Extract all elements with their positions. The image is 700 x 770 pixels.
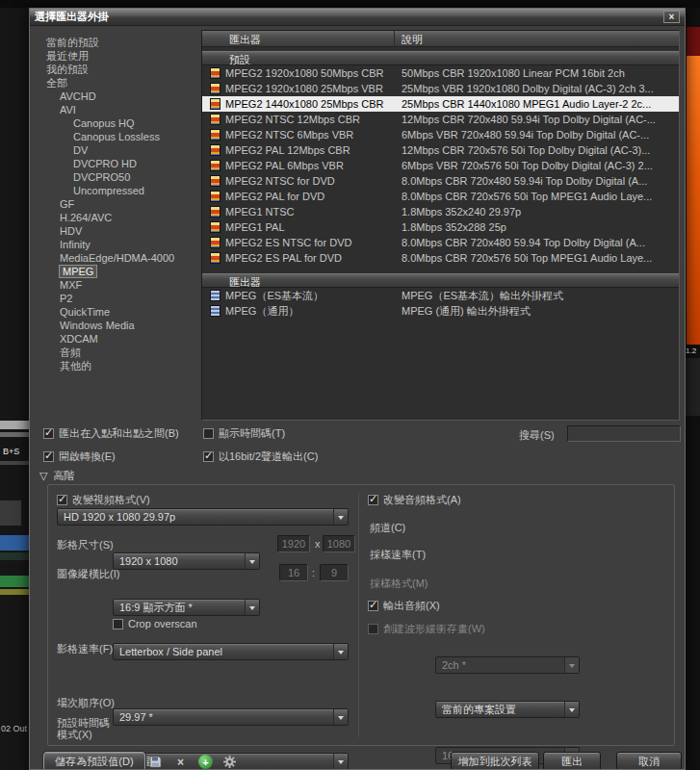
preset-name-cell: MPEG1 PAL: [202, 221, 395, 233]
tree-item-label: Canopus HQ: [73, 117, 135, 129]
chevron-down-icon: [245, 600, 259, 615]
checkbox-box: [368, 624, 378, 634]
preset-name-cell: MPEG2 NTSC 12Mbps CBR: [202, 114, 395, 125]
tree-item[interactable]: 其他的: [38, 359, 199, 372]
preset-row[interactable]: MPEG2 1920x1080 25Mbps VBR 25Mbps VBR 19…: [202, 81, 679, 96]
preset-row[interactable]: MPEG1 NTSC 1.8Mbps 352x240 29.97p: [202, 204, 679, 219]
preset-row[interactable]: MPEG1 PAL 1.8Mbps 352x288 25p: [202, 219, 679, 235]
preset-name: MPEG2 ES PAL for DVD: [225, 252, 342, 264]
tree-item-label: MPEG: [60, 266, 96, 277]
tree-item[interactable]: 我的預設: [38, 63, 199, 76]
tree-item[interactable]: QuickTime: [38, 305, 199, 319]
dialog-title: 選擇匯出器外掛: [35, 10, 109, 24]
preset-row[interactable]: MPEG2 NTSC for DVD 8.0Mbps CBR 720x480 5…: [202, 173, 679, 189]
aspect-ratio-dropdown[interactable]: 16:9 顯示方面 *: [113, 599, 260, 616]
dialog-titlebar: 選擇匯出器外掛 ×: [30, 9, 685, 26]
tree-item[interactable]: DVCPRO50: [38, 170, 199, 184]
tree-item[interactable]: H.264/AVC: [38, 211, 199, 224]
sample-rate-dropdown[interactable]: 當前的專案設置: [435, 701, 580, 718]
tree-item-label: DVCPRO50: [73, 171, 130, 183]
tree-item[interactable]: 最近使用: [38, 49, 199, 63]
advanced-section-toggle[interactable]: ▽ 高階: [39, 469, 74, 483]
tree-item[interactable]: AVCHD: [38, 90, 199, 103]
video-format-preset-dropdown[interactable]: HD 1920 x 1080 29.97p: [57, 508, 349, 526]
aspect-ratio-value: 16:9 顯示方面 *: [119, 601, 193, 615]
preset-row[interactable]: MPEG2 ES NTSC for DVD 8.0Mbps CBR 720x48…: [202, 235, 679, 250]
cancel-button[interactable]: 取消: [616, 752, 682, 770]
preset-row[interactable]: MPEG2 PAL for DVD 8.0Mbps CBR 720x576 50…: [202, 189, 679, 204]
preset-name-cell: MPEG2 ES PAL for DVD: [202, 252, 395, 264]
change-audio-format-label: 改變音頻格式(A): [383, 493, 461, 507]
preset-description: 6Mbps VBR 720x576 50i Top Dolby Digital …: [395, 160, 679, 171]
crop-overscan-checkbox[interactable]: Crop overscan: [113, 618, 197, 629]
tree-item-label: DVCPRO HD: [73, 158, 137, 169]
preset-row[interactable]: MPEG2 PAL 6Mbps VBR 6Mbps VBR 720x576 50…: [202, 158, 679, 173]
tree-item[interactable]: MXF: [38, 278, 199, 292]
frame-size-dropdown[interactable]: 1920 x 1080: [113, 552, 260, 570]
preset-row[interactable]: MPEG2 NTSC 6Mbps VBR 6Mbps VBR 720x480 5…: [202, 127, 679, 142]
channel-value: 2ch *: [442, 659, 466, 671]
tree-item-label: DV: [73, 144, 88, 156]
column-header-exporter[interactable]: 匯出器: [202, 31, 395, 46]
tree-item[interactable]: DV: [38, 143, 199, 157]
change-video-format-checkbox[interactable]: 改變視頻格式(V): [57, 493, 150, 507]
column-header-description[interactable]: 說明: [395, 31, 679, 46]
video-format-preset-value: HD 1920 x 1080 29.97p: [64, 511, 175, 523]
preset-row[interactable]: MPEG2 PAL 12Mbps CBR 12Mbps CBR 720x576 …: [202, 142, 679, 158]
tree-item[interactable]: AVI: [38, 103, 199, 116]
gear-icon[interactable]: [221, 754, 238, 770]
field-order-label: 場次順序(O): [57, 696, 115, 710]
tree-item[interactable]: Infinity: [38, 238, 199, 251]
timeline-clip-yellow: [0, 589, 29, 595]
preset-name: MPEG2 1920x1080 50Mbps CBR: [225, 67, 383, 79]
save-as-preset-button[interactable]: 儲存為預設值(D): [43, 752, 145, 770]
change-audio-format-checkbox[interactable]: 改變音頻格式(A): [368, 493, 461, 507]
save-icon[interactable]: [147, 754, 164, 770]
group-header-exporters: 匯出器: [202, 273, 679, 288]
exporter-rows: MPEG（ES基本流） MPEG（ES基本流）輸出外掛程式 MPEG（通用） M…: [202, 288, 679, 319]
bit16-output-checkbox[interactable]: 以16bit/2聲道輸出(C): [203, 449, 318, 464]
tree-item[interactable]: MediaEdge/HDMA-4000: [38, 251, 199, 265]
tree-item[interactable]: XDCAM: [38, 332, 199, 346]
tree-item[interactable]: Uncompressed: [38, 184, 199, 197]
tree-item[interactable]: GF: [38, 197, 199, 211]
preset-name-cell: MPEG2 ES NTSC for DVD: [202, 237, 395, 248]
tree-item[interactable]: 音頻: [38, 346, 199, 359]
add-to-batch-button[interactable]: 增加到批次列表: [451, 752, 539, 770]
advanced-panel: 改變視頻格式(V) HD 1920 x 1080 29.97p 影格尺寸(S) …: [47, 484, 675, 746]
letterbox-dropdown[interactable]: Letterbox / Side panel: [113, 643, 349, 660]
tree-item[interactable]: Canopus Lossless: [38, 130, 199, 143]
output-audio-checkbox[interactable]: 輸出音頻(X): [368, 599, 440, 613]
close-button[interactable]: ×: [663, 11, 680, 23]
exporter-row[interactable]: MPEG（ES基本流） MPEG（ES基本流）輸出外掛程式: [202, 288, 679, 303]
export-button[interactable]: 匯出: [543, 752, 601, 770]
tree-item-label: HDV: [60, 225, 82, 237]
column-divider: [358, 493, 359, 737]
tree-item[interactable]: 全部: [38, 76, 199, 90]
preset-row[interactable]: MPEG2 1440x1080 25Mbps CBR 25Mbps CBR 14…: [202, 96, 679, 112]
tree-item-label: MXF: [60, 279, 82, 291]
preset-row[interactable]: MPEG2 NTSC 12Mbps CBR 12Mbps CBR 720x480…: [202, 112, 679, 127]
export-between-checkbox[interactable]: 匯出在入點和出點之間(B): [43, 426, 179, 441]
exporter-row[interactable]: MPEG（通用） MPEG (通用) 輸出外掛程式: [202, 303, 679, 319]
tree-item[interactable]: HDV: [38, 224, 199, 238]
tree-item-label: Canopus Lossless: [73, 131, 160, 142]
chevron-down-icon: [333, 754, 348, 769]
preset-name: MPEG2 PAL 6Mbps VBR: [225, 160, 344, 171]
preset-row[interactable]: MPEG2 ES PAL for DVD 8.0Mbps CBR 720x576…: [202, 250, 679, 266]
search-input[interactable]: [567, 425, 681, 442]
search-label: 搜尋(S): [519, 428, 555, 443]
show-timecode-checkbox[interactable]: 顯示時間碼(T): [203, 426, 285, 441]
enable-conversion-checkbox[interactable]: 開啟轉換(E): [43, 449, 116, 464]
frame-rate-dropdown[interactable]: 29.97 *: [113, 708, 349, 726]
tree-item[interactable]: MPEG: [38, 265, 199, 278]
tree-item[interactable]: Windows Media: [38, 319, 199, 332]
preset-description: 25Mbps VBR 1920x1080 Dolby Digital (AC-3…: [395, 83, 679, 94]
tree-item[interactable]: 當前的預設: [38, 36, 199, 49]
tree-item[interactable]: Canopus HQ: [38, 116, 199, 130]
tree-item[interactable]: DVCPRO HD: [38, 157, 199, 170]
tree-item[interactable]: P2: [38, 292, 199, 305]
preset-row[interactable]: MPEG2 1920x1080 50Mbps CBR 50Mbps CBR 19…: [202, 65, 679, 81]
add-icon[interactable]: +: [198, 755, 213, 769]
delete-icon[interactable]: ×: [172, 754, 189, 770]
